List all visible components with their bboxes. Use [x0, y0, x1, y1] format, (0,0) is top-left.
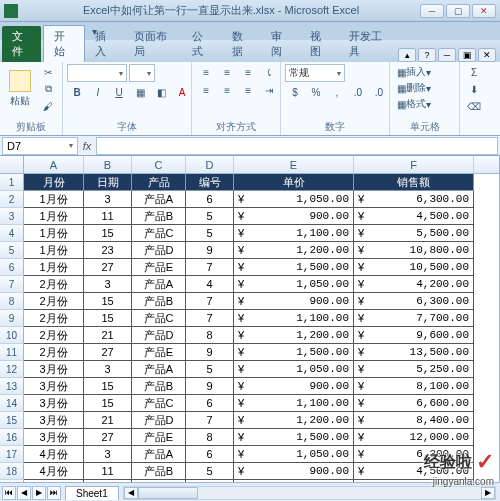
bold-button[interactable]: B [67, 84, 87, 100]
workbook-restore-button[interactable]: ▣ [458, 48, 476, 62]
fill-down-icon[interactable]: ⬇ [464, 81, 484, 97]
fx-icon[interactable]: fx [78, 140, 96, 152]
tab-nav-first[interactable]: ⏮ [2, 486, 16, 500]
close-button[interactable]: ✕ [472, 4, 496, 18]
cell[interactable]: 6 [186, 446, 234, 463]
row-header[interactable]: 1 [0, 174, 24, 191]
cell[interactable]: 产品E [132, 429, 186, 446]
row-header[interactable]: 9 [0, 310, 24, 327]
tab-file[interactable]: 文件 [2, 26, 41, 62]
cell[interactable]: 产品E [132, 259, 186, 276]
cell[interactable]: 产品B [132, 463, 186, 480]
row-header[interactable]: 18 [0, 463, 24, 480]
cell[interactable]: 2月份 [24, 344, 84, 361]
align-right-icon[interactable]: ≡ [238, 82, 258, 98]
row-header[interactable]: 14 [0, 395, 24, 412]
align-middle-icon[interactable]: ≡ [217, 64, 237, 80]
col-header-c[interactable]: C [132, 156, 186, 173]
header-cell[interactable]: 单价 [234, 174, 354, 191]
cell[interactable]: 4月份 [24, 463, 84, 480]
cell[interactable]: 3 [84, 361, 132, 378]
cell[interactable]: 产品D [132, 242, 186, 259]
cell[interactable]: ¥1,100.00 [234, 480, 354, 482]
cell[interactable]: 15 [84, 480, 132, 482]
align-bottom-icon[interactable]: ≡ [238, 64, 258, 80]
insert-cells-button[interactable]: ▦ 插入 ▾ [394, 64, 434, 80]
row-header[interactable]: 15 [0, 412, 24, 429]
cell[interactable]: 产品A [132, 361, 186, 378]
cell[interactable]: 7 [186, 293, 234, 310]
tab-view[interactable]: 视图 [300, 26, 339, 62]
cell[interactable]: 1月份 [24, 242, 84, 259]
cell[interactable]: 3 [84, 276, 132, 293]
cell[interactable]: ¥1,100.00 [234, 395, 354, 412]
cell[interactable]: ¥6,600.00 [354, 395, 474, 412]
col-header-b[interactable]: B [84, 156, 132, 173]
minimize-button[interactable]: ─ [420, 4, 444, 18]
cell[interactable]: 6 [186, 191, 234, 208]
row-header[interactable]: 2 [0, 191, 24, 208]
cell[interactable]: 产品C [132, 310, 186, 327]
cell[interactable]: 产品A [132, 446, 186, 463]
cell[interactable]: 3月份 [24, 395, 84, 412]
cell[interactable]: ¥5,250.00 [354, 361, 474, 378]
row-header[interactable]: 6 [0, 259, 24, 276]
cell[interactable]: ¥1,050.00 [234, 191, 354, 208]
scroll-thumb[interactable] [138, 487, 198, 499]
copy-icon[interactable]: ⧉ [38, 81, 58, 97]
tab-page-layout[interactable]: 页面布局 [124, 26, 183, 62]
row-header[interactable]: 5 [0, 242, 24, 259]
border-button[interactable]: ▦ [130, 84, 150, 100]
cell[interactable]: 9 [186, 344, 234, 361]
tab-data[interactable]: 数据 [222, 26, 261, 62]
tab-review[interactable]: 审阅 [261, 26, 300, 62]
cell[interactable]: 产品A [132, 276, 186, 293]
currency-icon[interactable]: $ [285, 84, 305, 100]
row-header[interactable]: 11 [0, 344, 24, 361]
cell[interactable]: 5 [186, 480, 234, 482]
cell[interactable]: ¥1,200.00 [234, 242, 354, 259]
cell[interactable]: 产品D [132, 327, 186, 344]
clear-icon[interactable]: ⌫ [464, 98, 484, 114]
cell[interactable]: 产品C [132, 225, 186, 242]
cell[interactable]: 7 [186, 412, 234, 429]
number-format-combo[interactable]: 常规▾ [285, 64, 345, 82]
tab-home[interactable]: 开始 [43, 25, 84, 62]
fill-color-button[interactable]: ◧ [151, 84, 171, 100]
workbook-minimize-button[interactable]: ─ [438, 48, 456, 62]
cell[interactable]: 1月份 [24, 225, 84, 242]
cell[interactable]: 3 [84, 191, 132, 208]
row-header[interactable]: 19 [0, 480, 24, 482]
cell[interactable]: ¥6,300.00 [354, 191, 474, 208]
cell[interactable]: ¥1,050.00 [234, 446, 354, 463]
cell[interactable]: ¥12,000.00 [354, 429, 474, 446]
col-header-d[interactable]: D [186, 156, 234, 173]
decrease-decimal-icon[interactable]: .0 [369, 84, 389, 100]
cell[interactable]: 产品C [132, 480, 186, 482]
cell[interactable]: 8 [186, 429, 234, 446]
workbook-close-button[interactable]: ✕ [478, 48, 496, 62]
comma-icon[interactable]: , [327, 84, 347, 100]
row-header[interactable]: 12 [0, 361, 24, 378]
italic-button[interactable]: I [88, 84, 108, 100]
cell[interactable]: 4 [186, 276, 234, 293]
cell[interactable]: ¥8,100.00 [354, 378, 474, 395]
cell[interactable]: ¥7,700.00 [354, 310, 474, 327]
cell[interactable]: ¥900.00 [234, 378, 354, 395]
cell[interactable]: ¥6,300.00 [354, 293, 474, 310]
scroll-left-icon[interactable]: ◀ [124, 487, 138, 499]
cell[interactable]: 27 [84, 259, 132, 276]
cell[interactable]: 15 [84, 378, 132, 395]
format-painter-icon[interactable]: 🖌 [38, 98, 58, 114]
header-cell[interactable]: 销售额 [354, 174, 474, 191]
cell[interactable]: ¥900.00 [234, 293, 354, 310]
cell[interactable]: 1月份 [24, 208, 84, 225]
tab-developer[interactable]: 开发工具 [339, 26, 398, 62]
cut-icon[interactable]: ✂ [38, 64, 58, 80]
col-header-e[interactable]: E [234, 156, 354, 173]
cell[interactable]: 27 [84, 344, 132, 361]
tab-insert[interactable]: 插入 [85, 26, 124, 62]
cell[interactable]: 27 [84, 429, 132, 446]
cell[interactable]: 5 [186, 361, 234, 378]
cell[interactable]: ¥10,800.00 [354, 242, 474, 259]
